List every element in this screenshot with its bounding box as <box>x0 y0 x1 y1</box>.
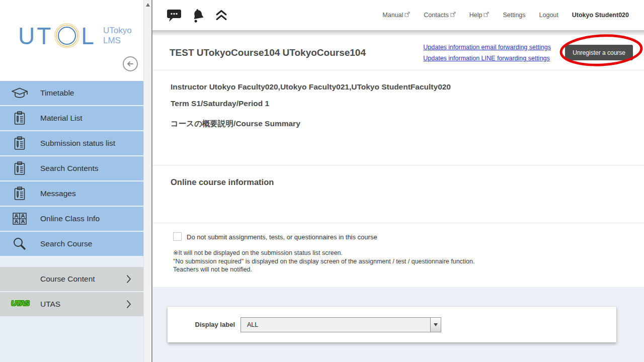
clipboard-icon <box>11 136 28 151</box>
clipboard-icon <box>11 186 28 201</box>
search-icon <box>11 237 28 251</box>
logout-link[interactable]: Logout <box>539 12 558 19</box>
sidebar-item-search-course[interactable]: Search Course <box>0 232 143 256</box>
line-forwarding-settings-link[interactable]: Updates information LINE forwarding sett… <box>423 55 558 62</box>
sidebar-item-label: Online Class Info <box>40 214 100 223</box>
sidebar-menu: Timetable Material List <box>0 81 143 316</box>
sidebar-item-utas[interactable]: UTAS UTAS <box>0 292 143 316</box>
unregister-course-button[interactable]: Unregister a course <box>565 45 633 60</box>
sidebar-item-material-list[interactable]: Material List <box>0 106 143 130</box>
display-label-select[interactable]: ALL <box>240 317 441 332</box>
email-forwarding-settings-link[interactable]: Updates information email forwarding set… <box>423 44 558 51</box>
class-grid-icon <box>11 212 28 225</box>
display-label-text: Display label <box>168 321 235 328</box>
logo-area: UT L UTokyo LMS <box>0 0 143 81</box>
external-link-icon <box>405 12 410 17</box>
topbar: Manual Contacts Help <box>152 0 644 30</box>
topbar-shadow <box>152 30 644 35</box>
help-link-label: Help <box>469 12 482 19</box>
optout-row: Do not submit assignments, tests, or que… <box>173 232 644 241</box>
optout-note-1: ※It will not be displayed on the submiss… <box>173 249 644 257</box>
clipboard-icon <box>11 111 28 126</box>
course-title: TEST UTokyoCourse104 UTokyoCourse104 <box>170 47 366 58</box>
double-chevron-up-icon[interactable] <box>215 9 228 22</box>
utol-lms-page: UT L UTokyo LMS <box>0 0 644 362</box>
online-course-info-section: Online course information <box>152 165 644 223</box>
select-dropdown-arrow[interactable] <box>430 318 441 332</box>
sidebar-item-label: Material List <box>40 114 83 123</box>
settings-link[interactable]: Settings <box>503 12 525 19</box>
sidebar-item-label: Course Content <box>11 275 95 284</box>
logo-text-right: L <box>81 22 96 50</box>
chevron-right-icon <box>126 300 131 309</box>
sidebar-scrollbar[interactable] <box>143 0 151 362</box>
sidebar-item-label: Timetable <box>40 88 74 98</box>
logo-o-rings-icon <box>54 23 80 49</box>
graduation-cap-icon <box>11 87 28 99</box>
menu-gap <box>0 257 143 267</box>
do-not-submit-checkbox[interactable] <box>173 232 182 241</box>
bell-icon[interactable] <box>190 7 207 24</box>
forwarding-links: Updates information email forwarding set… <box>423 44 558 62</box>
sidebar-item-label: Search Contents <box>40 164 98 173</box>
clipboard-icon <box>11 161 28 176</box>
external-link-icon <box>484 12 489 17</box>
settings-link-label: Settings <box>503 12 525 19</box>
display-label-selected-value: ALL <box>247 321 258 328</box>
user-name[interactable]: Utokyo Student020 <box>572 12 629 19</box>
arrow-left-icon <box>126 60 134 68</box>
sidebar-item-online-class-info[interactable]: Online Class Info <box>0 207 143 231</box>
utol-logo: UT L UTokyo LMS <box>18 22 132 49</box>
caret-down-icon <box>434 323 438 326</box>
logo-text-left: UT <box>18 22 53 50</box>
logo-subtitle-line1: UTokyo <box>103 26 132 36</box>
sidebar-item-timetable[interactable]: Timetable <box>0 81 143 105</box>
utas-logo: UTAS <box>11 299 29 307</box>
chat-icon[interactable] <box>167 9 182 22</box>
sidebar-item-messages[interactable]: Messages <box>0 182 143 206</box>
optout-note-3: Teachers will not be notified. <box>173 265 644 274</box>
sidebar-collapse-button[interactable] <box>123 56 138 71</box>
logo-subtitle-line2: LMS <box>103 36 132 46</box>
manual-link-label: Manual <box>382 12 403 19</box>
sidebar-item-label: Messages <box>40 189 76 198</box>
sidebar: UT L UTokyo LMS <box>0 0 143 362</box>
contacts-link[interactable]: Contacts <box>424 12 455 19</box>
help-link[interactable]: Help <box>469 12 490 19</box>
contacts-link-label: Contacts <box>424 12 448 19</box>
topbar-links: Manual Contacts Help <box>382 12 629 19</box>
external-link-icon <box>450 12 456 17</box>
display-label-card: Display label ALL <box>168 307 616 342</box>
sidebar-item-search-contents[interactable]: Search Contents <box>0 156 143 180</box>
main-area: Manual Contacts Help <box>151 0 644 362</box>
term-text: Term S1/Saturday/Period 1 <box>171 99 644 108</box>
bottom-area: Display label ALL <box>152 287 644 362</box>
chevron-right-icon <box>126 275 131 284</box>
submission-optout-section: Do not submit assignments, tests, or que… <box>152 223 644 287</box>
online-course-info-heading: Online course information <box>171 177 644 187</box>
instructor-text: Instructor Utokyo Faculty020,Utokyo Facu… <box>171 82 644 92</box>
sidebar-item-label: Submission status list <box>40 139 115 148</box>
optout-notes: ※It will not be displayed on the submiss… <box>173 249 644 274</box>
course-summary-heading: コースの概要説明/Course Summary <box>171 119 644 129</box>
scroll-up-arrow-icon[interactable] <box>146 3 150 7</box>
do-not-submit-label[interactable]: Do not submit assignments, tests, or que… <box>187 232 377 241</box>
course-header: TEST UTokyoCourse104 UTokyoCourse104 Upd… <box>152 35 644 70</box>
manual-link[interactable]: Manual <box>382 12 410 19</box>
optout-note-2: "No submission required" is displayed on… <box>173 257 644 266</box>
logo-subtitle: UTokyo LMS <box>103 26 132 46</box>
course-info-section: Instructor Utokyo Faculty020,Utokyo Facu… <box>152 70 644 165</box>
sidebar-item-label: Search Course <box>40 239 92 248</box>
sidebar-item-submission-status-list[interactable]: Submission status list <box>0 131 143 155</box>
sidebar-item-course-content[interactable]: Course Content <box>0 267 143 291</box>
course-panel: TEST UTokyoCourse104 UTokyoCourse104 Upd… <box>152 35 644 287</box>
logout-link-label: Logout <box>539 12 558 19</box>
